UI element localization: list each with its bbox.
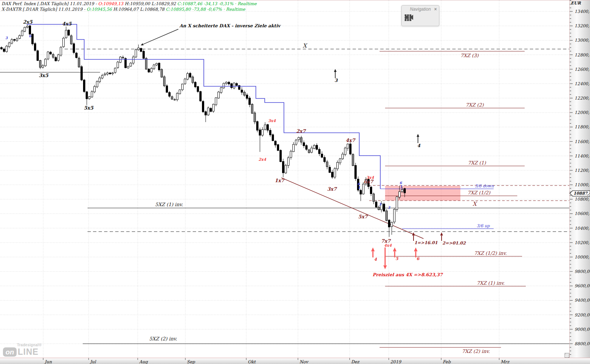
watermark-brand-text: Tradesignal® xyxy=(17,343,42,347)
price-tick-label: 12400,00 xyxy=(574,81,590,86)
candle-body xyxy=(153,65,155,69)
pattern-label: 4x5 xyxy=(62,21,72,27)
candle-body xyxy=(182,84,183,90)
candlestick-chart-canvas[interactable]: X7XZ (3)7XZ (2)7XZ (1)3/6 down7XZ (1/2)X… xyxy=(0,0,569,358)
candle-body xyxy=(138,48,140,50)
candle-body xyxy=(373,194,375,201)
candle-body xyxy=(83,80,85,92)
pattern-label: 4x7 xyxy=(346,138,356,143)
candle-body xyxy=(60,47,62,55)
candle-body xyxy=(205,112,207,115)
count-digit: 3 xyxy=(388,205,391,209)
candle-body xyxy=(24,27,26,31)
candle-body xyxy=(324,157,326,162)
candle-body xyxy=(339,159,341,163)
pattern-label: 5x5 xyxy=(84,105,94,111)
candle-body xyxy=(363,184,364,194)
price-tick-label: 11400,00 xyxy=(574,153,590,159)
level-label: 3/6 down xyxy=(475,184,494,188)
candle-body xyxy=(169,93,171,97)
candle-body xyxy=(68,30,70,35)
legend-open-value: O:10945,56 xyxy=(87,7,112,12)
price-tick-label: 9600,00 xyxy=(574,283,590,288)
price-tick-label: 10200,00 xyxy=(574,240,590,245)
level-label: 5XZ (1) inv. xyxy=(155,202,183,207)
candle-body xyxy=(246,95,248,98)
candle-body xyxy=(81,67,83,80)
candle-body xyxy=(161,69,163,77)
candle-body xyxy=(145,58,147,69)
rewind-icon[interactable] xyxy=(417,14,426,23)
month-tick-label: Nov xyxy=(299,359,309,364)
candle-body xyxy=(241,90,243,93)
candle-body xyxy=(259,130,261,135)
candle-body xyxy=(133,57,134,63)
date-target-label: 1=>16.01 xyxy=(414,240,438,245)
candle-body xyxy=(251,104,253,114)
candle-body xyxy=(282,162,284,173)
count-digit: 1 xyxy=(358,186,360,190)
price-axis[interactable]: EUR 8800,009000,009200,009400,009600,009… xyxy=(570,0,590,358)
candle-body xyxy=(293,144,295,152)
candle-body xyxy=(3,49,5,52)
candle-body xyxy=(236,83,238,86)
tradesignal-chart-window: X7XZ (3)7XZ (2)7XZ (1)3/6 down7XZ (1/2)X… xyxy=(0,0,590,364)
candle-body xyxy=(65,30,67,38)
candle-body xyxy=(355,165,357,178)
candle-body xyxy=(337,162,339,169)
candle-body xyxy=(326,162,328,167)
candle-body xyxy=(40,60,41,67)
candle-body xyxy=(275,141,277,145)
candle-body xyxy=(285,165,287,173)
candle-body xyxy=(370,187,372,194)
candle-body xyxy=(264,125,266,129)
level-label: 5XZ (2) inv. xyxy=(149,336,177,342)
price-tick-label: 13400,00 xyxy=(574,9,590,14)
pattern-label: 2x5 xyxy=(23,19,33,25)
candle-body xyxy=(257,122,258,131)
pattern-label: 3x7 xyxy=(327,186,337,192)
candle-body xyxy=(1,48,3,49)
candle-body xyxy=(192,77,194,83)
candle-body xyxy=(288,158,289,166)
candle-body xyxy=(399,192,401,197)
candle-body xyxy=(301,138,302,142)
close-icon[interactable]: × xyxy=(434,7,437,12)
candle-body xyxy=(298,138,300,140)
month-tick-label: Mrz xyxy=(501,359,510,364)
candle-body xyxy=(176,93,178,100)
candle-body xyxy=(218,92,220,98)
candle-body xyxy=(86,92,88,99)
candle-body xyxy=(42,66,44,67)
time-axis[interactable]: JunJulAugSepOktNovDez2019FebMrz xyxy=(0,358,590,364)
resize-handle[interactable] xyxy=(565,353,569,358)
fast-forward-icon[interactable] xyxy=(429,14,439,23)
pattern-label: 6x7 xyxy=(364,179,374,184)
candle-body xyxy=(215,98,217,105)
price-tick-label: 12600,00 xyxy=(574,67,590,72)
candle-body xyxy=(233,83,235,88)
month-tick-label: Okt xyxy=(248,359,256,364)
arrow-label: 4 xyxy=(417,143,421,148)
candle-body xyxy=(378,207,380,210)
count-label: 5 xyxy=(395,256,399,261)
candle-body xyxy=(329,167,331,173)
candle-body xyxy=(94,87,96,92)
candle-body xyxy=(277,145,279,150)
level-label: 7XZ (3) xyxy=(460,53,479,58)
price-tick-label: 11600,00 xyxy=(574,139,590,144)
legend-open-value: O:10949,13 xyxy=(98,1,123,6)
red-up-arrow-head xyxy=(414,247,418,252)
level-label: X xyxy=(473,201,477,207)
candle-body xyxy=(308,150,310,153)
month-tick-label: Aug xyxy=(139,359,148,364)
candle-body xyxy=(164,77,165,86)
price-tick-label: 8800,00 xyxy=(574,341,590,346)
price-tick-label: 12800,00 xyxy=(574,52,590,58)
price-tick-label: 11200,00 xyxy=(574,168,590,173)
candle-body xyxy=(47,52,49,59)
candle-body xyxy=(360,190,362,194)
candle-body xyxy=(89,97,90,99)
month-tick-label: Dez xyxy=(351,359,360,364)
candle-body xyxy=(332,172,333,177)
